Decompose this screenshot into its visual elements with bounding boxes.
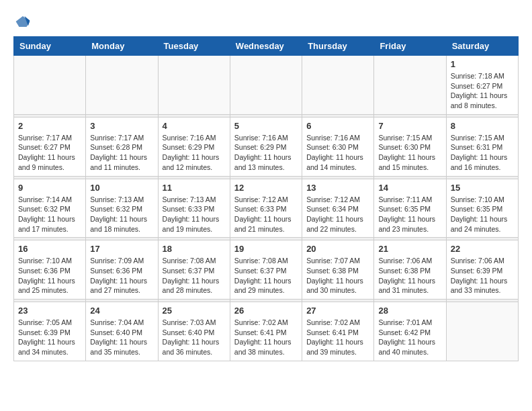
weekday-header: Tuesday [158,37,230,56]
day-number: 23 [18,306,81,316]
day-info: Sunrise: 7:07 AM Sunset: 6:38 PM Dayligh… [306,256,369,295]
calendar-week-row: 2Sunrise: 7:17 AM Sunset: 6:27 PM Daylig… [14,117,519,176]
day-number: 25 [163,306,226,316]
day-number: 24 [90,306,153,316]
calendar-cell [14,56,86,115]
calendar-cell: 28Sunrise: 7:01 AM Sunset: 6:42 PM Dayli… [374,302,446,361]
day-number: 15 [451,183,514,193]
day-number: 1 [451,59,514,69]
day-number: 4 [163,121,226,131]
calendar-cell: 6Sunrise: 7:16 AM Sunset: 6:30 PM Daylig… [302,117,374,176]
calendar-week-row: 23Sunrise: 7:05 AM Sunset: 6:39 PM Dayli… [14,302,519,361]
calendar-cell: 5Sunrise: 7:16 AM Sunset: 6:29 PM Daylig… [230,117,302,176]
day-number: 18 [163,244,226,254]
calendar-cell [302,56,374,115]
calendar-week-row: 16Sunrise: 7:10 AM Sunset: 6:36 PM Dayli… [14,240,519,300]
calendar-cell [446,302,518,361]
day-number: 12 [234,183,298,193]
calendar-cell: 12Sunrise: 7:12 AM Sunset: 6:33 PM Dayli… [230,179,302,238]
calendar-cell: 10Sunrise: 7:13 AM Sunset: 6:32 PM Dayli… [86,179,158,238]
day-number: 19 [234,244,298,254]
weekday-header: Wednesday [230,37,302,56]
day-info: Sunrise: 7:05 AM Sunset: 6:39 PM Dayligh… [18,318,81,357]
day-number: 22 [451,244,514,254]
weekday-header: Friday [374,37,446,56]
calendar-cell: 2Sunrise: 7:17 AM Sunset: 6:27 PM Daylig… [14,117,86,176]
calendar-cell: 21Sunrise: 7:06 AM Sunset: 6:38 PM Dayli… [374,240,446,300]
day-info: Sunrise: 7:13 AM Sunset: 6:33 PM Dayligh… [163,195,226,234]
page-header [13,13,519,30]
weekday-header: Saturday [446,37,518,56]
day-number: 2 [18,121,81,131]
calendar-week-row: 1Sunrise: 7:18 AM Sunset: 6:27 PM Daylig… [14,56,519,115]
day-info: Sunrise: 7:10 AM Sunset: 6:36 PM Dayligh… [18,256,81,295]
day-number: 16 [18,244,81,254]
calendar-week-row: 9Sunrise: 7:14 AM Sunset: 6:32 PM Daylig… [14,179,519,238]
weekday-header-row: SundayMondayTuesdayWednesdayThursdayFrid… [14,37,519,56]
day-info: Sunrise: 7:14 AM Sunset: 6:32 PM Dayligh… [18,195,81,234]
calendar-cell: 27Sunrise: 7:02 AM Sunset: 6:41 PM Dayli… [302,302,374,361]
weekday-header: Thursday [302,37,374,56]
logo [13,13,31,30]
day-info: Sunrise: 7:06 AM Sunset: 6:39 PM Dayligh… [451,256,514,295]
calendar-cell: 7Sunrise: 7:15 AM Sunset: 6:30 PM Daylig… [374,117,446,176]
calendar-table: SundayMondayTuesdayWednesdayThursdayFrid… [13,36,519,361]
day-number: 5 [234,121,298,131]
day-info: Sunrise: 7:02 AM Sunset: 6:41 PM Dayligh… [234,318,298,357]
day-info: Sunrise: 7:16 AM Sunset: 6:29 PM Dayligh… [163,133,226,173]
day-number: 9 [18,183,81,193]
day-number: 14 [378,183,441,193]
calendar-cell: 24Sunrise: 7:04 AM Sunset: 6:40 PM Dayli… [86,302,158,361]
day-number: 7 [378,121,441,131]
calendar-cell: 11Sunrise: 7:13 AM Sunset: 6:33 PM Dayli… [158,179,230,238]
day-info: Sunrise: 7:12 AM Sunset: 6:33 PM Dayligh… [234,195,298,234]
day-info: Sunrise: 7:11 AM Sunset: 6:35 PM Dayligh… [378,195,441,234]
day-info: Sunrise: 7:15 AM Sunset: 6:31 PM Dayligh… [451,133,514,173]
calendar-body: 1Sunrise: 7:18 AM Sunset: 6:27 PM Daylig… [14,56,519,361]
day-info: Sunrise: 7:08 AM Sunset: 6:37 PM Dayligh… [234,256,298,295]
day-number: 26 [234,306,298,316]
day-info: Sunrise: 7:06 AM Sunset: 6:38 PM Dayligh… [378,256,441,295]
day-info: Sunrise: 7:04 AM Sunset: 6:40 PM Dayligh… [90,318,153,357]
day-info: Sunrise: 7:12 AM Sunset: 6:34 PM Dayligh… [306,195,369,234]
calendar-cell [374,56,446,115]
day-info: Sunrise: 7:17 AM Sunset: 6:27 PM Dayligh… [18,133,81,173]
day-number: 13 [306,183,369,193]
day-number: 21 [378,244,441,254]
logo-icon [15,13,31,30]
day-number: 17 [90,244,153,254]
weekday-header: Monday [86,37,158,56]
calendar-cell: 1Sunrise: 7:18 AM Sunset: 6:27 PM Daylig… [446,56,518,115]
day-number: 3 [90,121,153,131]
day-info: Sunrise: 7:18 AM Sunset: 6:27 PM Dayligh… [451,71,514,111]
day-info: Sunrise: 7:17 AM Sunset: 6:28 PM Dayligh… [90,133,153,173]
day-info: Sunrise: 7:01 AM Sunset: 6:42 PM Dayligh… [378,318,441,357]
weekday-header: Sunday [14,37,86,56]
day-number: 11 [163,183,226,193]
calendar-cell: 16Sunrise: 7:10 AM Sunset: 6:36 PM Dayli… [14,240,86,300]
calendar-cell [230,56,302,115]
day-info: Sunrise: 7:16 AM Sunset: 6:29 PM Dayligh… [234,133,298,173]
calendar-cell: 26Sunrise: 7:02 AM Sunset: 6:41 PM Dayli… [230,302,302,361]
day-number: 27 [306,306,369,316]
calendar-cell: 13Sunrise: 7:12 AM Sunset: 6:34 PM Dayli… [302,179,374,238]
day-info: Sunrise: 7:03 AM Sunset: 6:40 PM Dayligh… [163,318,226,357]
day-info: Sunrise: 7:15 AM Sunset: 6:30 PM Dayligh… [378,133,441,173]
day-number: 8 [451,121,514,131]
day-number: 28 [378,306,441,316]
calendar-cell: 18Sunrise: 7:08 AM Sunset: 6:37 PM Dayli… [158,240,230,300]
calendar-cell: 3Sunrise: 7:17 AM Sunset: 6:28 PM Daylig… [86,117,158,176]
calendar-cell: 15Sunrise: 7:10 AM Sunset: 6:35 PM Dayli… [446,179,518,238]
calendar-cell: 23Sunrise: 7:05 AM Sunset: 6:39 PM Dayli… [14,302,86,361]
day-number: 6 [306,121,369,131]
calendar-cell [86,56,158,115]
calendar-cell: 19Sunrise: 7:08 AM Sunset: 6:37 PM Dayli… [230,240,302,300]
day-info: Sunrise: 7:08 AM Sunset: 6:37 PM Dayligh… [163,256,226,295]
calendar-cell: 8Sunrise: 7:15 AM Sunset: 6:31 PM Daylig… [446,117,518,176]
calendar-cell: 17Sunrise: 7:09 AM Sunset: 6:36 PM Dayli… [86,240,158,300]
day-info: Sunrise: 7:02 AM Sunset: 6:41 PM Dayligh… [306,318,369,357]
calendar-cell: 25Sunrise: 7:03 AM Sunset: 6:40 PM Dayli… [158,302,230,361]
day-info: Sunrise: 7:09 AM Sunset: 6:36 PM Dayligh… [90,256,153,295]
calendar-cell: 14Sunrise: 7:11 AM Sunset: 6:35 PM Dayli… [374,179,446,238]
day-info: Sunrise: 7:13 AM Sunset: 6:32 PM Dayligh… [90,195,153,234]
